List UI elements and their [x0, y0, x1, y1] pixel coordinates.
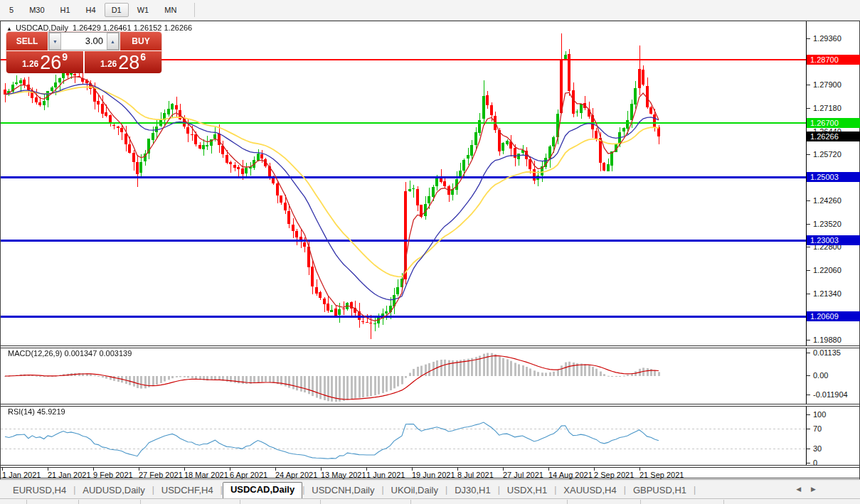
price-tick — [807, 247, 810, 247]
rsi-canvas[interactable] — [1, 407, 806, 465]
sell-button[interactable]: SELL — [6, 32, 48, 50]
price-line-label: 1.26700 — [807, 118, 860, 128]
buy-price-button[interactable]: 1.26 28 6 — [85, 51, 161, 73]
macd-label: MACD(12,26,9) 0.001347 0.003139 — [8, 349, 132, 358]
tab-audusd-daily[interactable]: AUDUSD,Daily — [75, 483, 152, 498]
price-tick — [807, 85, 810, 85]
volume-stepper: ▼ 3.00 ▲ — [48, 32, 120, 50]
macd-tick — [807, 353, 810, 353]
price-tick — [807, 270, 810, 271]
buy-button[interactable]: BUY — [120, 32, 161, 50]
tab-dj30-h1[interactable]: DJ30,H1 — [447, 483, 498, 498]
price-tick — [807, 38, 810, 39]
current-price-label: 1.26266 — [807, 132, 860, 141]
tab-usdx-h1[interactable]: USDX,H1 — [500, 483, 554, 498]
volume-increase-button[interactable]: ▲ — [107, 33, 119, 50]
macd-tick — [807, 375, 810, 376]
timeframe-button-W1[interactable]: W1 — [130, 3, 156, 17]
tab-scroll-left-icon[interactable]: ◀ — [796, 486, 811, 493]
one-click-trading-panel: SELL ▼ 3.00 ▲ BUY 1.26 26 9 1.26 28 6 — [6, 32, 161, 73]
rsi-tick — [807, 429, 810, 429]
price-tick — [807, 154, 810, 155]
price-axis: 1.293601.286401.279001.271801.264401.257… — [806, 21, 859, 345]
macd-scale-label: -0.011904 — [813, 390, 848, 400]
sell-price-button[interactable]: 1.26 26 9 — [6, 51, 83, 73]
timeframe-button-M30[interactable]: M30 — [22, 3, 51, 17]
buy-price-prefix: 1.26 — [100, 59, 117, 69]
price-line-label: 1.28700 — [807, 55, 860, 65]
tab-scroll-arrows: ◀▶ — [796, 486, 826, 493]
tab-xauusd-h4[interactable]: XAUUSD,H4 — [556, 483, 623, 498]
status-bar — [0, 498, 860, 504]
status-separator — [78, 500, 79, 504]
rsi-tick — [807, 414, 810, 415]
status-separator — [410, 500, 411, 504]
tab-ukoil-daily[interactable]: UKOil,Daily — [384, 483, 445, 498]
rsi-scale-label: 30 — [813, 444, 822, 454]
rsi-label: RSI(14) 45.9219 — [8, 407, 65, 416]
tab-usdchf-h4[interactable]: USDCHF,H4 — [154, 483, 221, 498]
timeframe-toolbar: 5M30H1H4D1W1MN — [0, 0, 860, 21]
timeframe-button-MN[interactable]: MN — [157, 3, 184, 17]
macd-axis: 0.011350.00-0.011904 — [806, 348, 859, 404]
rsi-axis: 10070300 — [806, 407, 859, 465]
price-line-label: 1.23003 — [807, 235, 860, 245]
macd-tick — [807, 395, 810, 395]
price-tick-label: 1.21340 — [813, 289, 842, 299]
chart-title: ▲USDCAD,Daily 1.26429 1.26461 1.26152 1.… — [6, 23, 192, 32]
chart-window-bottom-border — [1, 478, 859, 478]
rsi-scale-label: 70 — [813, 424, 822, 434]
price-tick-label: 1.27180 — [813, 104, 842, 113]
timeframe-buttons: 5M30H1H4D1W1MN — [0, 3, 184, 17]
buy-price-sup: 6 — [140, 51, 146, 63]
price-tick — [807, 200, 810, 201]
status-separator — [26, 500, 27, 504]
price-tick — [807, 294, 810, 294]
rsi-tick — [807, 449, 810, 449]
status-separator — [140, 500, 141, 504]
chart-window: 1.293601.286401.279001.271801.264401.257… — [0, 21, 860, 479]
tab-scroll-right-icon[interactable]: ▶ — [811, 486, 826, 493]
price-tick-label: 1.23520 — [813, 220, 842, 229]
sell-price-prefix: 1.26 — [22, 59, 38, 69]
sell-price-big: 26 — [40, 53, 61, 72]
buy-price-big: 28 — [118, 53, 139, 72]
chart-title-symbol: USDCAD,Daily — [16, 23, 68, 32]
price-tick — [807, 340, 810, 341]
rsi-tick — [807, 463, 810, 463]
macd-scale-label: 0.00 — [813, 371, 828, 380]
macd-scale-label: 0.01135 — [813, 348, 841, 358]
tab-usdcad-daily[interactable]: USDCAD,Daily — [223, 482, 302, 498]
status-separator — [723, 500, 724, 504]
tab-separator: | — [694, 485, 696, 498]
symbol-tabs: EURUSD,H4|AUDUSD,Daily|USDCHF,H4|USDCAD,… — [6, 482, 696, 498]
timeframe-button-5[interactable]: 5 — [2, 3, 21, 17]
rsi-scale-label: 100 — [813, 410, 826, 419]
price-tick-label: 1.24260 — [813, 196, 842, 205]
price-tick-label: 1.19880 — [813, 336, 842, 345]
status-separator — [320, 500, 321, 504]
status-separator — [640, 500, 641, 504]
price-tick-label: 1.25720 — [813, 150, 842, 159]
price-tick — [807, 108, 810, 109]
price-line-label: 1.25003 — [807, 172, 860, 182]
symbol-tab-bar: EURUSD,H4|AUDUSD,Daily|USDCHF,H4|USDCAD,… — [0, 479, 860, 498]
volume-decrease-button[interactable]: ▼ — [49, 33, 61, 50]
timeframe-button-H1[interactable]: H1 — [53, 3, 78, 17]
tab-usdcnh-daily[interactable]: USDCNH,Daily — [304, 483, 381, 498]
volume-input[interactable]: 3.00 — [61, 33, 107, 50]
price-tick-label: 1.29360 — [813, 34, 842, 43]
sell-price-sup: 9 — [62, 51, 68, 63]
tab-gbpusd-h1[interactable]: GBPUSD,H1 — [626, 483, 694, 498]
chart-title-ohlc: 1.26429 1.26461 1.26152 1.26266 — [73, 23, 192, 32]
status-separator — [567, 500, 568, 504]
trade-panel-price-row: 1.26 26 9 1.26 28 6 — [6, 51, 161, 73]
collapse-panel-icon[interactable]: ▲ — [6, 26, 12, 32]
timeframe-button-H4[interactable]: H4 — [79, 3, 103, 17]
price-tick-label: 1.22060 — [813, 266, 842, 275]
trade-panel-top-row: SELL ▼ 3.00 ▲ BUY — [6, 32, 161, 50]
tab-eurusd-h4[interactable]: EURUSD,H4 — [6, 483, 73, 498]
timeframe-button-D1[interactable]: D1 — [105, 3, 129, 17]
price-line-label: 1.20609 — [807, 311, 860, 321]
price-tick — [807, 224, 810, 225]
